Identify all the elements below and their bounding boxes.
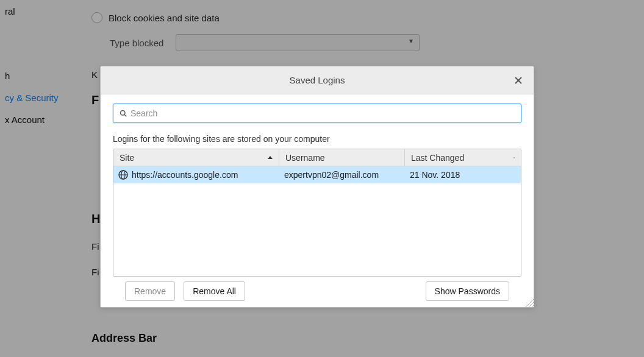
button-label: Remove All [193,286,236,296]
search-field-wrap[interactable] [113,104,521,123]
cell-username-text: expertvpn02@gmail.com [284,170,379,180]
cell-site: https://accounts.google.com [113,166,279,183]
search-input[interactable] [131,108,515,118]
saved-logins-dialog: Saved Logins Logins for the following si… [100,66,534,308]
svg-line-12 [532,305,534,307]
dialog-title: Saved Logins [290,75,345,85]
column-label: Site [120,153,134,163]
dialog-description: Logins for the following sites are store… [113,134,521,144]
column-picker[interactable] [507,149,521,166]
dialog-header: Saved Logins [101,66,534,94]
cell-site-url: https://accounts.google.com [132,170,238,180]
table-body: https://accounts.google.com expertvpn02@… [113,166,521,276]
dialog-footer: Remove Remove All Show Passwords [113,277,521,301]
close-icon [515,77,522,84]
sort-asc-icon [268,156,273,159]
close-button[interactable] [509,71,528,90]
column-username[interactable]: Username [279,149,405,166]
search-icon [120,110,127,117]
column-site[interactable]: Site [113,149,279,166]
show-passwords-button[interactable]: Show Passwords [426,281,509,301]
cell-username: expertvpn02@gmail.com [279,166,405,183]
button-label: Show Passwords [435,286,500,296]
table-header: Site Username Last Changed [113,149,521,166]
cell-last-changed: 21 Nov. 2018 [405,166,521,183]
resize-handle[interactable] [523,297,534,308]
remove-button[interactable]: Remove [125,281,175,301]
dialog-body: Logins for the following sites are store… [101,94,534,307]
column-last-changed[interactable]: Last Changed [405,149,507,166]
column-label: Last Changed [411,153,464,163]
svg-point-2 [121,111,126,116]
svg-rect-4 [513,157,515,158]
table-row[interactable]: https://accounts.google.com expertvpn02@… [113,166,521,183]
button-label: Remove [134,286,166,296]
globe-icon [118,170,128,180]
column-label: Username [285,153,325,163]
remove-all-button[interactable]: Remove All [184,281,245,301]
svg-line-3 [124,115,126,116]
logins-table: Site Username Last Changed [113,149,521,277]
resize-grip-icon [523,297,534,308]
cell-date-text: 21 Nov. 2018 [410,170,460,180]
columns-icon [513,154,515,161]
